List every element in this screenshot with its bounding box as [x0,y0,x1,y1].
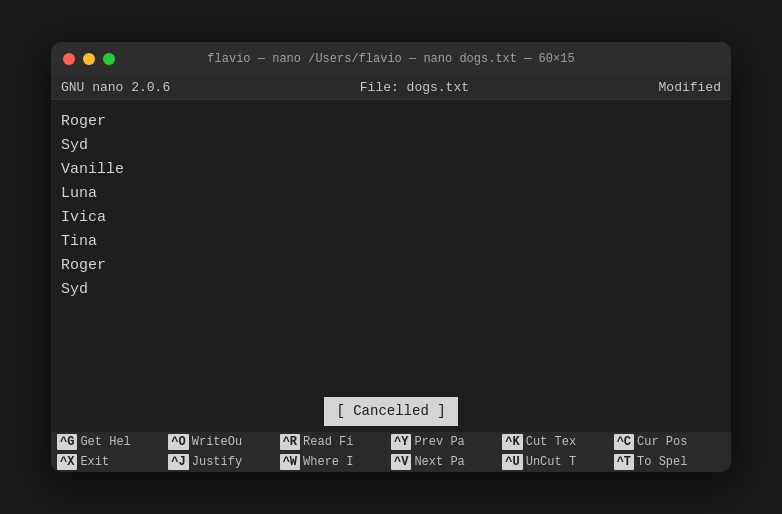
shortcut-key-t: ^T [614,454,634,470]
title-bar: flavio — nano /Users/flavio — nano dogs.… [51,42,731,76]
shortcut-exit[interactable]: ^X Exit [57,454,168,470]
shortcut-label-to-spell: To Spel [637,455,687,469]
shortcut-label-where-is: Where I [303,455,353,469]
shortcut-key-o: ^O [168,434,188,450]
shortcut-uncut-text[interactable]: ^U UnCut T [502,454,613,470]
shortcut-row-1: ^G Get Hel ^O WriteOu ^R Read Fi ^Y Prev… [51,432,731,452]
shortcut-label-read-file: Read Fi [303,435,353,449]
status-bar: GNU nano 2.0.6 File: dogs.txt Modified [51,76,731,100]
shortcut-key-r: ^R [280,434,300,450]
shortcut-label-justify: Justify [192,455,242,469]
shortcut-label-cur-pos: Cur Pos [637,435,687,449]
modified-indicator: Modified [659,80,721,95]
line-6: Tina [61,230,721,254]
shortcut-label-writeout: WriteOu [192,435,242,449]
shortcut-key-x: ^X [57,454,77,470]
shortcut-cut-text[interactable]: ^K Cut Tex [502,434,613,450]
maximize-button[interactable] [103,53,115,65]
line-7: Roger [61,254,721,278]
shortcut-get-help[interactable]: ^G Get Hel [57,434,168,450]
shortcut-key-j: ^J [168,454,188,470]
close-button[interactable] [63,53,75,65]
line-2: Syd [61,134,721,158]
window-title: flavio — nano /Users/flavio — nano dogs.… [207,52,574,66]
shortcut-bar: ^G Get Hel ^O WriteOu ^R Read Fi ^Y Prev… [51,432,731,472]
editor-area[interactable]: Roger Syd Vanille Luna Ivica Tina Roger … [51,100,731,432]
line-3: Vanille [61,158,721,182]
shortcut-next-page[interactable]: ^V Next Pa [391,454,502,470]
shortcut-key-g: ^G [57,434,77,450]
shortcut-label-next-page: Next Pa [414,455,464,469]
shortcut-justify[interactable]: ^J Justify [168,454,279,470]
line-4: Luna [61,182,721,206]
shortcut-cur-pos[interactable]: ^C Cur Pos [614,434,725,450]
shortcut-prev-page[interactable]: ^Y Prev Pa [391,434,502,450]
line-1: Roger [61,110,721,134]
terminal-window: flavio — nano /Users/flavio — nano dogs.… [51,42,731,472]
line-8: Syd [61,278,721,302]
shortcut-label-uncut-text: UnCut T [526,455,576,469]
editor-content: Roger Syd Vanille Luna Ivica Tina Roger … [61,110,721,302]
shortcut-key-u: ^U [502,454,522,470]
file-name: File: dogs.txt [360,80,469,95]
shortcut-label-prev-page: Prev Pa [414,435,464,449]
shortcut-label-cut-text: Cut Tex [526,435,576,449]
cancelled-label: [ Cancelled ] [324,397,457,426]
minimize-button[interactable] [83,53,95,65]
shortcut-key-y: ^Y [391,434,411,450]
shortcut-row-2: ^X Exit ^J Justify ^W Where I ^V Next Pa… [51,452,731,472]
shortcut-where-is[interactable]: ^W Where I [280,454,391,470]
shortcut-key-w: ^W [280,454,300,470]
shortcut-read-file[interactable]: ^R Read Fi [280,434,391,450]
shortcut-key-v: ^V [391,454,411,470]
nano-version: GNU nano 2.0.6 [61,80,170,95]
cancelled-bar: [ Cancelled ] [51,391,731,432]
shortcut-label-get-help: Get Hel [80,435,130,449]
shortcut-key-k: ^K [502,434,522,450]
shortcut-label-exit: Exit [80,455,109,469]
shortcut-key-c: ^C [614,434,634,450]
shortcut-writeout[interactable]: ^O WriteOu [168,434,279,450]
line-5: Ivica [61,206,721,230]
shortcut-to-spell[interactable]: ^T To Spel [614,454,725,470]
